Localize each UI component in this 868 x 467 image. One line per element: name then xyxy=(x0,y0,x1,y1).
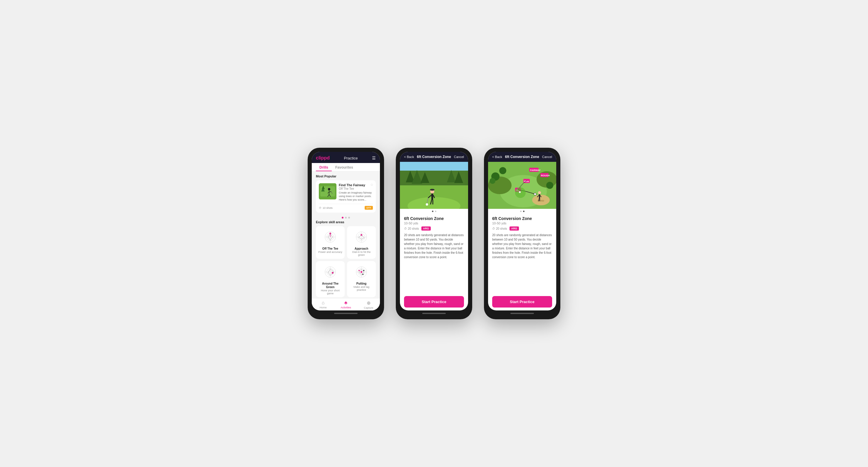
image-dots-2 xyxy=(400,209,468,213)
atg-icon xyxy=(321,264,339,280)
skill-ott-label: Off The Tee xyxy=(318,247,342,251)
drill-header-3: < Back 6ft Conversion Zone Cancel xyxy=(488,152,556,162)
tab-drills[interactable]: Drills xyxy=(316,163,332,171)
phone-2: < Back 6ft Conversion Zone Cancel xyxy=(396,148,472,319)
drill-meta-2: ⏱ 20 shots ARG xyxy=(404,227,464,231)
skill-grid: Off The Tee Power and accuracy xyxy=(316,226,376,297)
carousel-dots xyxy=(316,215,376,220)
nav-activities-label: Activities xyxy=(341,306,351,309)
svg-point-35 xyxy=(361,271,362,273)
card-info: Find The Fairway Off The Tee Create an i… xyxy=(339,183,373,201)
svg-point-38 xyxy=(362,274,364,275)
svg-text:Miss: Miss xyxy=(524,180,529,183)
featured-card[interactable]: ☆ xyxy=(316,180,376,213)
drill-title-3: 6ft Conversion Zone xyxy=(492,216,552,221)
dot-2[interactable] xyxy=(345,217,347,219)
svg-rect-56 xyxy=(431,189,434,191)
skill-approach-sublabel: Dial-in to hit the green xyxy=(349,251,373,257)
drill-shots-3: ⏱ 20 shots xyxy=(492,227,507,230)
svg-point-76 xyxy=(534,193,536,195)
svg-text:ROUGH: ROUGH xyxy=(541,174,550,177)
category-badge-2: ARG xyxy=(422,227,431,231)
start-practice-button-2[interactable]: Start Practice xyxy=(404,296,464,307)
card-title: Find The Fairway xyxy=(339,183,373,187)
home-indicator xyxy=(334,313,358,314)
drill-map: SAND FAIRWAY ROUGH Hit Miss xyxy=(488,162,556,209)
bottom-navigation: ⌂ Home ♣ Activities ⊕ Capture xyxy=(312,298,380,310)
card-subtitle: Off The Tee xyxy=(339,187,373,190)
menu-icon[interactable]: ☰ xyxy=(372,156,376,160)
drill-title-2: 6ft Conversion Zone xyxy=(404,216,464,221)
most-popular-title: Most Popular xyxy=(316,174,376,178)
drill-photo xyxy=(400,162,468,209)
phone-1: clippd Practice ☰ Drills Favourites Most… xyxy=(308,148,384,319)
screen-3: < Back 6ft Conversion Zone Cancel SAND F… xyxy=(488,152,556,310)
app-header: clippd Practice ☰ xyxy=(312,152,380,163)
svg-text:FAIRWAY: FAIRWAY xyxy=(530,169,541,171)
card-description: Create an imaginary fairway using trees … xyxy=(339,191,373,201)
screen-1: clippd Practice ☰ Drills Favourites Most… xyxy=(312,152,380,310)
svg-point-37 xyxy=(363,270,364,271)
drill-header-2: < Back 6ft Conversion Zone Cancel xyxy=(400,152,468,162)
nav-activities[interactable]: ♣ Activities xyxy=(334,300,357,309)
start-practice-button-3[interactable]: Start Practice xyxy=(492,296,552,307)
img-dot-3-2[interactable] xyxy=(523,210,525,212)
cancel-button-2[interactable]: Cancel xyxy=(454,155,464,159)
svg-point-84 xyxy=(519,191,521,193)
skill-atg-label: Around The Green xyxy=(318,282,342,289)
category-badge-3: ARG xyxy=(509,227,519,231)
nav-capture[interactable]: ⊕ Capture xyxy=(357,300,380,309)
card-thumbnail xyxy=(319,183,336,199)
img-dot-3-1[interactable] xyxy=(520,210,522,212)
skill-off-tee[interactable]: Off The Tee Power and accuracy xyxy=(316,226,345,259)
skill-ott-sublabel: Power and accuracy xyxy=(318,251,342,254)
img-dot-2[interactable] xyxy=(435,210,436,212)
category-badge: OTT xyxy=(365,206,373,210)
drill-meta-3: ⏱ 20 shots ARG xyxy=(492,227,552,231)
drill-content-2: 6ft Conversion Zone 10-50 yds ⏱ 20 shots… xyxy=(400,213,468,293)
svg-rect-48 xyxy=(431,193,433,200)
nav-capture-label: Capture xyxy=(364,306,373,309)
nav-home[interactable]: ⌂ Home xyxy=(312,300,334,309)
back-button-3[interactable]: < Back xyxy=(492,155,502,159)
drill-content-3: 6ft Conversion Zone 10-50 yds ⏱ 20 shots… xyxy=(488,213,556,293)
drill-header-title-3: 6ft Conversion Zone xyxy=(505,155,539,159)
favourite-icon[interactable]: ☆ xyxy=(370,183,373,187)
skill-atg-sublabel: Hone your short game xyxy=(318,289,342,295)
explore-title: Explore skill areas xyxy=(316,220,376,224)
nav-home-label: Home xyxy=(320,306,327,309)
skill-putting-sublabel: Make and lag practice xyxy=(349,286,373,291)
header-title: Practice xyxy=(344,156,358,160)
drill-yards-3: 10-50 yds xyxy=(492,222,552,225)
approach-icon xyxy=(352,229,370,245)
dot-1[interactable] xyxy=(342,217,343,219)
skill-putting[interactable]: Putting Make and lag practice xyxy=(347,261,376,297)
clock-icon: ⏱ xyxy=(319,206,321,209)
svg-point-77 xyxy=(538,191,541,194)
drill-yards-2: 10-50 yds xyxy=(404,222,464,225)
svg-point-70 xyxy=(499,167,506,174)
image-dots-3 xyxy=(488,209,556,213)
card-footer: ⏱ 10 shots OTT xyxy=(319,204,373,210)
activities-icon: ♣ xyxy=(344,300,348,305)
drill-description-3: 20 shots are randomly generated at dista… xyxy=(492,233,552,259)
back-button-2[interactable]: < Back xyxy=(404,155,414,159)
skill-approach[interactable]: Approach Dial-in to hit the green xyxy=(347,226,376,259)
svg-point-57 xyxy=(426,203,428,206)
home-indicator-2 xyxy=(422,313,446,314)
drill-shots-2: ⏱ 20 shots xyxy=(404,227,419,230)
clock-icon-2: ⏱ xyxy=(404,227,407,230)
tab-favourites[interactable]: Favourites xyxy=(332,163,357,171)
off-tee-icon xyxy=(321,229,339,245)
clock-icon-3: ⏱ xyxy=(492,227,495,230)
drill-description-2: 20 shots are randomly generated at dista… xyxy=(404,233,464,259)
skill-atg[interactable]: Around The Green Hone your short game xyxy=(316,261,345,297)
svg-point-69 xyxy=(490,178,495,184)
main-content: Most Popular ☆ xyxy=(312,171,380,298)
home-icon: ⌂ xyxy=(322,300,325,305)
dot-3[interactable] xyxy=(348,217,350,219)
img-dot-1[interactable] xyxy=(432,210,433,212)
cancel-button-3[interactable]: Cancel xyxy=(542,155,552,159)
drill-header-title-2: 6ft Conversion Zone xyxy=(417,155,451,159)
card-shots: ⏱ 10 shots xyxy=(319,206,333,209)
